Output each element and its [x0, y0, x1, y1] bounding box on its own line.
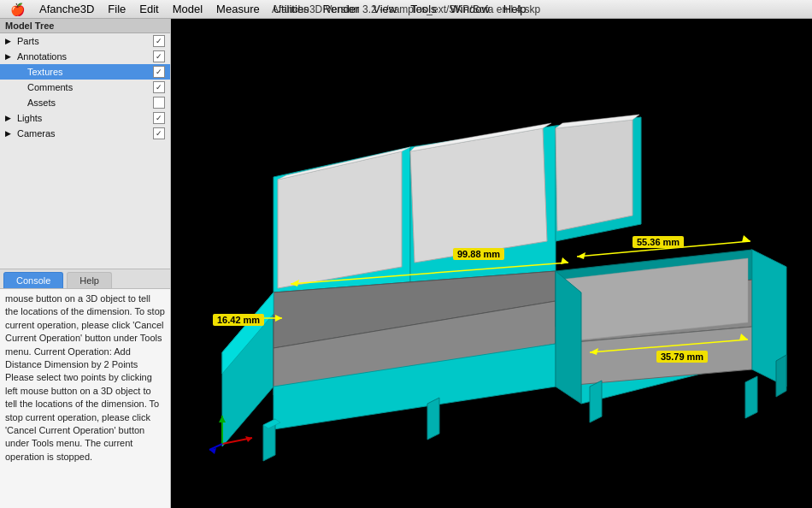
- checkbox-comments[interactable]: [153, 81, 165, 93]
- menu-tools[interactable]: Tools: [404, 1, 442, 17]
- menu-view[interactable]: View: [367, 1, 403, 17]
- menu-edit[interactable]: Edit: [133, 1, 164, 17]
- console-output: mouse button on a 3D object to tell the …: [0, 289, 170, 508]
- svg-marker-10: [556, 120, 633, 231]
- axis-indicator: [205, 405, 256, 457]
- tree-item-parts[interactable]: ▶ Parts: [0, 33, 170, 49]
- checkbox-assets[interactable]: [153, 97, 165, 109]
- menu-utilities[interactable]: Utilities: [268, 1, 315, 17]
- tree-label: Parts: [17, 36, 153, 46]
- menubar: 🍎 Afanche3D File Edit Model Measure Util…: [0, 0, 812, 19]
- tab-console[interactable]: Console: [3, 272, 63, 288]
- tree-label: Assets: [27, 97, 153, 108]
- tree-item-annotations[interactable]: ▶ Annotations: [0, 49, 170, 64]
- checkbox-parts[interactable]: [153, 35, 165, 47]
- svg-marker-25: [427, 398, 439, 440]
- console-area: Console Help mouse button on a 3D object…: [0, 269, 170, 508]
- checkbox-cameras[interactable]: [153, 127, 165, 139]
- svg-marker-8: [410, 128, 547, 263]
- tree-item-lights[interactable]: ▶ Lights: [0, 110, 170, 126]
- tree-label: Comments: [27, 82, 153, 92]
- svg-marker-26: [590, 381, 602, 422]
- menu-file[interactable]: File: [102, 1, 132, 17]
- tree-item-comments[interactable]: Comments: [0, 80, 170, 95]
- menu-help[interactable]: Help: [497, 1, 533, 17]
- tree-item-textures[interactable]: Textures: [0, 64, 170, 80]
- tab-help[interactable]: Help: [67, 272, 112, 288]
- apple-menu[interactable]: 🍎: [3, 3, 32, 16]
- sofa-svg: [171, 19, 812, 508]
- measure-label-5536: 55.36 mm: [633, 236, 684, 248]
- svg-marker-21: [556, 271, 581, 404]
- arrow-icon: ▶: [5, 114, 15, 122]
- svg-marker-44: [219, 416, 226, 422]
- tree-label: Cameras: [17, 128, 153, 139]
- checkbox-lights[interactable]: [153, 112, 165, 124]
- menu-model[interactable]: Model: [167, 1, 209, 17]
- tree-label: Annotations: [17, 51, 153, 62]
- tree-item-cameras[interactable]: ▶ Cameras: [0, 126, 170, 141]
- svg-marker-28: [776, 355, 786, 397]
- measure-label-9988: 99.88 mm: [453, 248, 504, 260]
- menu-measure[interactable]: Measure: [210, 1, 266, 17]
- viewport[interactable]: 16.42 mm 99.88 mm 55.36 mm 35.79 mm: [171, 19, 812, 508]
- checkbox-annotations[interactable]: [153, 50, 165, 62]
- left-panel: Model Tree ▶ Parts ▶ Annotations Texture…: [0, 19, 171, 508]
- arrow-icon: ▶: [5, 52, 15, 61]
- console-tabs: Console Help: [0, 269, 170, 289]
- menu-window[interactable]: Window: [444, 1, 496, 17]
- measure-label-3579: 35.79 mm: [656, 351, 708, 363]
- model-tree-header: Model Tree: [0, 19, 170, 33]
- measure-label-1642: 16.42 mm: [213, 314, 264, 326]
- tree-label: Lights: [17, 113, 153, 123]
- tree-label: Textures: [27, 67, 153, 77]
- checkbox-textures[interactable]: [153, 66, 165, 78]
- menu-afanche3d[interactable]: Afanche3D: [33, 1, 100, 17]
- tree-item-assets[interactable]: Assets: [0, 95, 170, 110]
- arrow-icon: ▶: [5, 129, 15, 138]
- model-tree: Model Tree ▶ Parts ▶ Annotations Texture…: [0, 19, 170, 269]
- svg-marker-27: [745, 376, 757, 418]
- arrow-icon: ▶: [5, 37, 15, 45]
- menu-render[interactable]: Render: [317, 1, 366, 17]
- main-layout: Model Tree ▶ Parts ▶ Annotations Texture…: [0, 19, 812, 508]
